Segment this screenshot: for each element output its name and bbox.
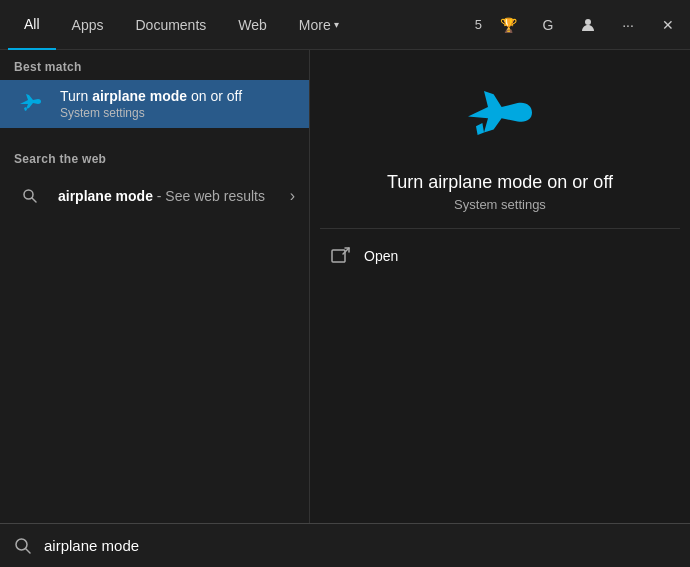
tab-documents[interactable]: Documents — [119, 0, 222, 50]
title-bold: airplane mode — [92, 88, 187, 104]
open-action-item[interactable]: Open — [310, 237, 690, 275]
web-query: airplane mode — [58, 188, 153, 204]
best-match-subtitle: System settings — [60, 106, 242, 120]
left-panel: Best match Turn airplane mode on or off … — [0, 50, 310, 523]
more-options-icon[interactable]: ··· — [614, 11, 642, 39]
airplane-icon-large — [460, 80, 540, 154]
title-prefix: Turn — [60, 88, 92, 104]
tab-more[interactable]: More ▾ — [283, 0, 355, 50]
tab-documents-label: Documents — [135, 17, 206, 33]
svg-rect-3 — [332, 250, 345, 262]
web-search-item[interactable]: airplane mode - See web results › — [0, 172, 309, 220]
best-match-title: Turn airplane mode on or off — [60, 88, 242, 104]
tab-all-label: All — [24, 16, 40, 32]
search-icon-bottom — [14, 537, 32, 555]
result-subtitle: System settings — [454, 197, 546, 212]
tab-web[interactable]: Web — [222, 0, 283, 50]
tab-all[interactable]: All — [8, 0, 56, 50]
trophy-icon[interactable]: 🏆 — [494, 11, 522, 39]
search-web-section: Search the web airplane mode - See web r… — [0, 142, 309, 220]
open-label: Open — [364, 248, 398, 264]
svg-point-4 — [16, 539, 27, 550]
svg-line-5 — [26, 549, 30, 553]
close-icon[interactable]: ✕ — [654, 11, 682, 39]
best-match-label: Best match — [0, 50, 309, 80]
top-bar-right: 5 🏆 G ··· ✕ — [475, 11, 682, 39]
tab-web-label: Web — [238, 17, 267, 33]
more-dropdown-arrow: ▾ — [334, 19, 339, 30]
badge-number: 5 — [475, 17, 482, 32]
user-initial-icon[interactable]: G — [534, 11, 562, 39]
title-suffix: on or off — [187, 88, 242, 104]
person-icon[interactable] — [574, 11, 602, 39]
result-title: Turn airplane mode on or off — [387, 172, 613, 193]
search-web-icon — [14, 180, 46, 212]
svg-line-2 — [32, 198, 36, 202]
open-icon — [330, 245, 352, 267]
nav-tabs: All Apps Documents Web More ▾ — [8, 0, 475, 50]
search-bar — [0, 523, 690, 567]
action-list: Open — [310, 229, 690, 283]
best-match-text: Turn airplane mode on or off System sett… — [60, 88, 242, 120]
tab-more-label: More — [299, 17, 331, 33]
svg-point-0 — [585, 19, 591, 25]
see-results-text: - See web results — [153, 188, 265, 204]
web-search-text: airplane mode - See web results — [58, 188, 278, 204]
user-initial-label: G — [543, 17, 554, 33]
chevron-right-icon: › — [290, 187, 295, 205]
right-panel: Turn airplane mode on or off System sett… — [310, 50, 690, 523]
tab-apps-label: Apps — [72, 17, 104, 33]
best-match-item[interactable]: Turn airplane mode on or off System sett… — [0, 80, 309, 128]
airplane-mode-icon — [14, 88, 46, 120]
top-bar: All Apps Documents Web More ▾ 5 🏆 G ··· … — [0, 0, 690, 50]
main-area: Best match Turn airplane mode on or off … — [0, 50, 690, 523]
tab-apps[interactable]: Apps — [56, 0, 120, 50]
search-web-label: Search the web — [0, 142, 309, 172]
search-input[interactable] — [44, 537, 676, 554]
